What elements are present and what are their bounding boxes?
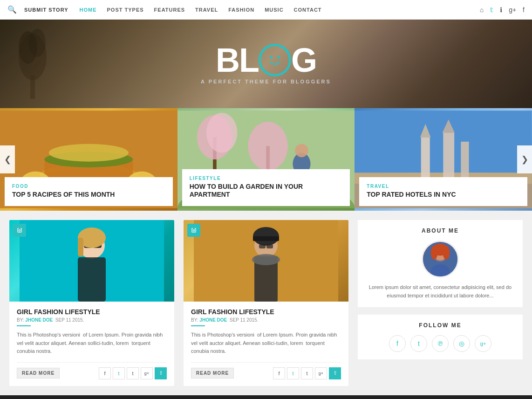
tumblr-icon[interactable]: ℹ (500, 6, 502, 14)
slider-card-category-travel: TRAVEL (367, 184, 520, 189)
about-widget-title: ABOUT ME (365, 227, 515, 234)
twitter-icon[interactable]: 𝕥 (490, 6, 493, 14)
slider-card-category-lifestyle: LIFESTYLE (190, 176, 343, 181)
hero-subtitle: A PERFECT THEME FOR BLOGGERS (201, 79, 331, 84)
svg-rect-30 (443, 133, 455, 182)
nav-link-fashion[interactable]: FASHION (228, 7, 254, 13)
post-body-1: GIRL FASHION LIFESTYLE BY: JHONE DOE SEP… (9, 302, 174, 386)
post-share-btn-1[interactable]: ⇧ (155, 367, 167, 379)
post-socials-2: f t t g+ ⇧ (273, 367, 341, 379)
post-divider-1 (17, 325, 31, 326)
read-more-button-2[interactable]: READ MORE (191, 368, 234, 378)
slider-card-overlay-food: FOOD TOP 5 RACIPES OF THIS MONTH (5, 177, 173, 206)
post-twitter-btn-2[interactable]: t (287, 367, 299, 379)
slider-card-title-food: TOP 5 RACIPES OF THIS MONTH (12, 191, 165, 199)
footer: Copyright 2018 Blog WordPress Theme. (0, 395, 532, 399)
svg-point-7 (277, 56, 280, 59)
slider-card-lifestyle[interactable]: LIFESTYLE HOW TO BUILD A GARDEN IN YOUR … (177, 108, 355, 211)
hero-content: BL G A PERFECT THEME FOR BLOGGERS (201, 43, 331, 84)
post-socials-1: f t t g+ ⇧ (99, 367, 167, 379)
slider-next-button[interactable]: ❯ (517, 145, 532, 173)
slider-card-food[interactable]: FOOD TOP 5 RACIPES OF THIS MONTH (0, 108, 177, 211)
navbar: 🔍 SUBMIT Story HOME POST TYPES FEATURES … (0, 0, 532, 20)
follow-googleplus-btn[interactable]: g+ (475, 335, 491, 352)
post-meta-2: BY: JHONE DOE SEP 11 2015. (191, 317, 341, 323)
nav-link-post-types[interactable]: POST TYPES (107, 7, 144, 13)
svg-point-6 (270, 56, 273, 59)
svg-point-13 (49, 144, 129, 162)
post-card-2: GIRL FASHION LIFESTYLE BY: JHONE DOE SEP… (184, 220, 348, 386)
sidebar: ABOUT ME Lorem ipsum dolor sit amet, con… (358, 220, 523, 386)
follow-twitter-btn[interactable]: t (410, 335, 427, 352)
svg-point-61 (443, 246, 450, 260)
post-footer-2: READ MORE f t t g+ ⇧ (191, 362, 341, 379)
googleplus-icon[interactable]: g+ (509, 6, 516, 14)
posts-section: GIRL FASHION LIFESTYLE BY: JHONE DOE SEP… (0, 211, 532, 395)
svg-point-60 (431, 246, 438, 260)
hero-logo: BL G (201, 43, 331, 77)
logo-smiley-icon (259, 44, 291, 76)
post-facebook-btn-1[interactable]: f (99, 367, 111, 379)
post-excerpt-2: This is Photoshop's versioni of Lorem Ip… (191, 331, 341, 356)
post-image-1 (9, 220, 174, 302)
post-facebook-btn-2[interactable]: f (273, 367, 285, 379)
slider-card-category-food: FOOD (12, 184, 165, 189)
slider-card-title-lifestyle: HOW TO BUILD A GARDEN IN YOUR APARTMENT (190, 183, 343, 199)
post-image-2 (184, 220, 348, 302)
svg-point-23 (248, 122, 288, 171)
svg-point-53 (252, 254, 280, 265)
hero-tree-decoration (9, 20, 56, 108)
post-tumblr-btn-1[interactable]: t (127, 367, 139, 379)
slider-card-overlay-travel: TRAVEL TOP RATED HOTELS IN NYC (359, 177, 527, 206)
post-share-btn-2[interactable]: ⇧ (329, 367, 341, 379)
about-avatar (422, 241, 459, 278)
post-twitter-btn-1[interactable]: t (113, 367, 125, 379)
post-tumblr-btn-2[interactable]: t (301, 367, 313, 379)
svg-rect-54 (259, 244, 266, 248)
post-googleplus-btn-1[interactable]: g+ (141, 367, 153, 379)
svg-rect-32 (461, 142, 469, 182)
follow-icons: f t ℗ ◎ g+ (365, 335, 515, 352)
post-title-2: GIRL FASHION LIFESTYLE (191, 308, 341, 316)
slider-cards: FOOD TOP 5 RACIPES OF THIS MONTH (0, 108, 532, 211)
search-icon[interactable]: 🔍 (7, 5, 17, 14)
slider-card-overlay-lifestyle: LIFESTYLE HOW TO BUILD A GARDEN IN YOUR … (182, 169, 350, 206)
facebook-icon[interactable]: f (523, 6, 525, 14)
nav-link-home[interactable]: HOME (80, 7, 97, 13)
nav-link-features[interactable]: FEATURES (154, 7, 185, 13)
post-body-2: GIRL FASHION LIFESTYLE BY: JHONE DOE SEP… (184, 302, 348, 386)
post-title-1: GIRL FASHION LIFESTYLE (17, 308, 167, 316)
nav-link-contact[interactable]: CONTACT (294, 7, 322, 13)
nav-link-travel[interactable]: TRAVEL (195, 7, 218, 13)
post-camera-icon-1 (13, 224, 26, 237)
follow-widget: FOLLOW ME f t ℗ ◎ g+ (358, 315, 523, 359)
post-excerpt-1: This is Photoshop's versioni of Lorem Ip… (17, 331, 167, 356)
follow-facebook-btn[interactable]: f (389, 335, 406, 352)
post-card-1: GIRL FASHION LIFESTYLE BY: JHONE DOE SEP… (9, 220, 174, 386)
read-more-button-1[interactable]: READ MORE (17, 368, 60, 378)
svg-rect-47 (78, 238, 83, 256)
submit-story-link[interactable]: SUBMIT Story (24, 7, 68, 13)
logo-bl: BL (216, 43, 259, 77)
post-googleplus-btn-2[interactable]: g+ (315, 367, 327, 379)
nav-link-music[interactable]: MUSIC (265, 7, 283, 13)
svg-point-21 (206, 113, 238, 153)
about-widget: ABOUT ME Lorem ipsum dolor sit amet, con… (358, 220, 523, 307)
rss-icon[interactable]: ⌂ (480, 6, 484, 14)
svg-rect-55 (266, 244, 273, 248)
nav-links: HOME POST TYPES FEATURES TRAVEL FASHION … (80, 7, 480, 13)
slider-card-travel[interactable]: TRAVEL TOP RATED HOTELS IN NYC (355, 108, 532, 211)
post-footer-1: READ MORE f t t g+ ⇧ (17, 362, 167, 379)
follow-instagram-btn[interactable]: ◎ (453, 335, 470, 352)
follow-pinterest-btn[interactable]: ℗ (432, 335, 449, 352)
svg-point-25 (295, 144, 308, 158)
slider-prev-button[interactable]: ❮ (0, 145, 15, 173)
svg-rect-52 (253, 236, 279, 241)
post-camera-icon-2 (187, 224, 200, 237)
svg-point-3 (29, 29, 46, 57)
logo-g: G (291, 43, 316, 77)
post-author-1[interactable]: JHONE DOE (25, 317, 53, 323)
post-author-2[interactable]: JHONE DOE (199, 317, 227, 323)
post-divider-2 (191, 325, 205, 326)
post-meta-1: BY: JHONE DOE SEP 11 2015. (17, 317, 167, 323)
